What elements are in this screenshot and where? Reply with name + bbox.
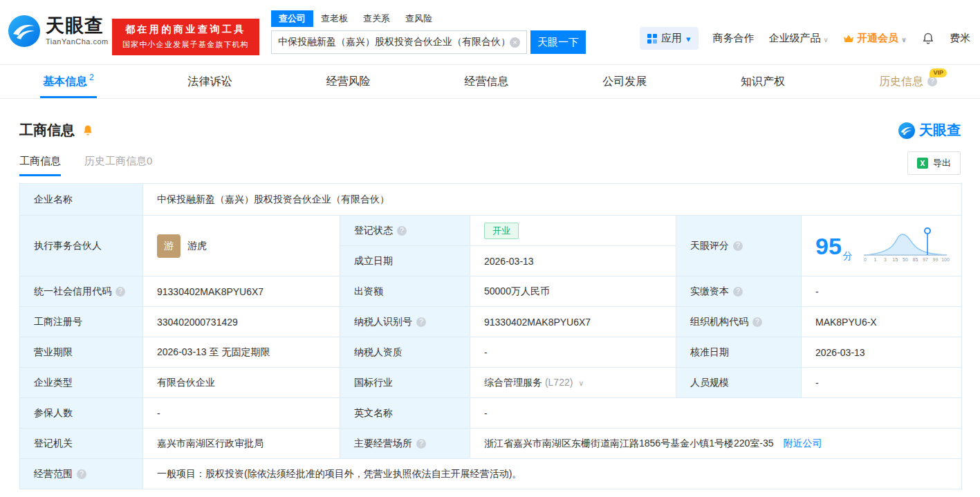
table-row: 工商注册号 330402000731429 纳税人识别号 91330402MAK… [20, 307, 962, 337]
nearby-companies-link[interactable]: 附近公司 [783, 438, 822, 449]
field-label: 营业期限 [20, 337, 143, 368]
svg-text:0: 0 [864, 257, 867, 262]
excel-icon [917, 158, 928, 169]
open-membership-menu[interactable]: 开通会员 [843, 32, 907, 45]
table-row: 企业名称 中保投融新盈（嘉兴）股权投资合伙企业（有限合伙） [20, 184, 962, 216]
executive-partner-value: 游 游虎 [143, 216, 340, 276]
search-button[interactable]: 天眼一下 [530, 30, 586, 54]
tab-company-development-label: 公司发展 [602, 75, 647, 89]
staff-size-value: - [802, 368, 962, 398]
field-label: 天眼评分 [676, 216, 802, 276]
table-row: 统一社会信用代码 91330402MAK8PYU6X7 出资额 50000万人民… [20, 276, 962, 307]
company-name-value: 中保投融新盈（嘉兴）股权投资合伙企业（有限合伙） [143, 184, 962, 216]
field-label: 人员规模 [676, 368, 802, 398]
chevron-down-icon [901, 32, 907, 44]
table-row: 营业期限 2026-03-13 至 无固定期限 纳税人资质 - 核准日期 202… [20, 337, 962, 368]
enterprise-products-label: 企业级产品 [769, 32, 821, 45]
tab-basic-info[interactable]: 基本信息 2 [43, 65, 94, 98]
partner-avatar[interactable]: 游 [157, 234, 181, 258]
help-icon[interactable] [416, 439, 426, 449]
tab-company-development[interactable]: 公司发展 [602, 65, 647, 98]
business-cooperation-link[interactable]: 商务合作 [713, 32, 755, 45]
field-label: 英文名称 [340, 398, 470, 429]
watermark-brand: 天眼查 [919, 121, 961, 140]
tab-legal-proceedings-label: 法律诉讼 [188, 75, 232, 89]
status-badge: 开业 [484, 223, 519, 239]
apps-menu[interactable]: 应用 [640, 27, 699, 50]
search-tab-relation[interactable]: 查关系 [355, 10, 398, 27]
help-icon[interactable] [416, 317, 426, 327]
approval-date-value: 2026-03-13 [802, 337, 962, 368]
help-icon[interactable] [733, 241, 743, 251]
score-number: 95 [815, 234, 842, 258]
table-row: 参保人数 - 英文名称 - [20, 398, 962, 429]
field-label: 企业名称 [20, 184, 143, 216]
help-icon[interactable] [752, 317, 762, 327]
capital-value: 50000万人民币 [470, 276, 676, 307]
business-info-table: 企业名称 中保投融新盈（嘉兴）股权投资合伙企业（有限合伙） 执行事务合伙人 游 … [19, 183, 962, 489]
field-label: 出资额 [340, 276, 470, 307]
insured-count-value: - [143, 398, 340, 429]
open-membership-label: 开通会员 [857, 32, 898, 45]
tab-basic-info-badge: 2 [89, 73, 94, 82]
field-label: 统一社会信用代码 [20, 276, 143, 307]
english-name-value: - [470, 398, 962, 429]
help-icon[interactable] [115, 287, 125, 297]
industry-value: 综合管理服务 (L722) [470, 368, 676, 398]
field-label: 纳税人识别号 [340, 307, 470, 337]
field-label: 国标行业 [340, 368, 470, 398]
account-name-label: 费米 [950, 32, 970, 45]
search-box [271, 30, 527, 54]
establish-date-value: 2026-03-13 [470, 246, 676, 276]
search-tab-company[interactable]: 查公司 [271, 10, 313, 27]
field-label: 组织机构代码 [676, 307, 802, 337]
svg-text:3: 3 [884, 257, 887, 262]
tianyancha-logo-icon [8, 15, 40, 47]
field-label: 经营范围 [20, 459, 143, 489]
notifications-button[interactable] [921, 32, 935, 46]
enterprise-products-menu[interactable]: 企业级产品 [769, 32, 829, 45]
registration-authority-value: 嘉兴市南湖区行政审批局 [143, 429, 340, 459]
tab-operational-risk[interactable]: 经营风险 [326, 65, 370, 98]
monitor-bell-icon[interactable] [82, 124, 94, 137]
tab-history-info-label: 历史信息 [879, 75, 923, 89]
credit-code-value: 91330402MAK8PYU6X7 [143, 276, 340, 307]
notification-bell-icon [921, 32, 935, 46]
svg-text:1: 1 [873, 257, 876, 262]
site-logo[interactable]: 天眼查 TianYanCha.com [8, 15, 109, 47]
help-icon[interactable] [397, 226, 407, 236]
partner-name[interactable]: 游虎 [187, 240, 207, 252]
chevron-down-icon [824, 32, 829, 44]
business-scope-value: 一般项目：股权投资(除依法须经批准的项目外，凭营业执照依法自主开展经营活动)。 [143, 459, 962, 489]
search-tab-risk[interactable]: 查风险 [398, 10, 440, 27]
registration-number-value: 330402000731429 [143, 307, 340, 337]
chevron-down-icon[interactable] [578, 379, 584, 387]
company-nav-tabs: 基本信息 2 法律诉讼 经营风险 经营信息 公司发展 知识产权 历史信息 VIP [0, 64, 980, 99]
tab-intellectual-property[interactable]: 知识产权 [741, 65, 785, 98]
subtab-business-registration[interactable]: 工商信息 [19, 149, 61, 176]
search-tabs: 查公司 查老板 查关系 查风险 [271, 10, 586, 27]
brand-domain: TianYanCha.com [46, 37, 109, 46]
taxpayer-quality-value: - [470, 337, 676, 368]
field-label: 工商注册号 [20, 307, 143, 337]
company-type-value: 有限合伙企业 [143, 368, 340, 398]
svg-text:50: 50 [903, 257, 908, 262]
tab-business-info[interactable]: 经营信息 [464, 65, 508, 98]
account-name[interactable]: 费米 [950, 32, 970, 45]
help-icon[interactable] [77, 469, 86, 479]
business-cooperation-label: 商务合作 [713, 32, 755, 45]
help-icon[interactable] [927, 77, 937, 86]
subtab-history-registration[interactable]: 历史工商信息0 [84, 149, 152, 176]
search-tab-boss[interactable]: 查老板 [313, 10, 355, 27]
table-row: 执行事务合伙人 游 游虎 登记状态 开业 天眼评分 95 分 [20, 216, 962, 246]
promo-line-2: 国家中小企业发展子基金旗下机构 [116, 39, 255, 50]
help-icon[interactable] [733, 287, 743, 297]
tab-history-info[interactable]: 历史信息 VIP [879, 65, 937, 98]
table-row: 企业类型 有限合伙企业 国标行业 综合管理服务 (L722) 人员规模 - [20, 368, 962, 398]
clear-search-icon[interactable] [510, 37, 520, 48]
svg-text:99: 99 [932, 257, 938, 262]
tab-legal-proceedings[interactable]: 法律诉讼 [188, 65, 232, 98]
search-input[interactable] [278, 37, 510, 48]
export-button[interactable]: 导出 [907, 151, 961, 175]
tianyancha-logo-icon [898, 122, 915, 139]
